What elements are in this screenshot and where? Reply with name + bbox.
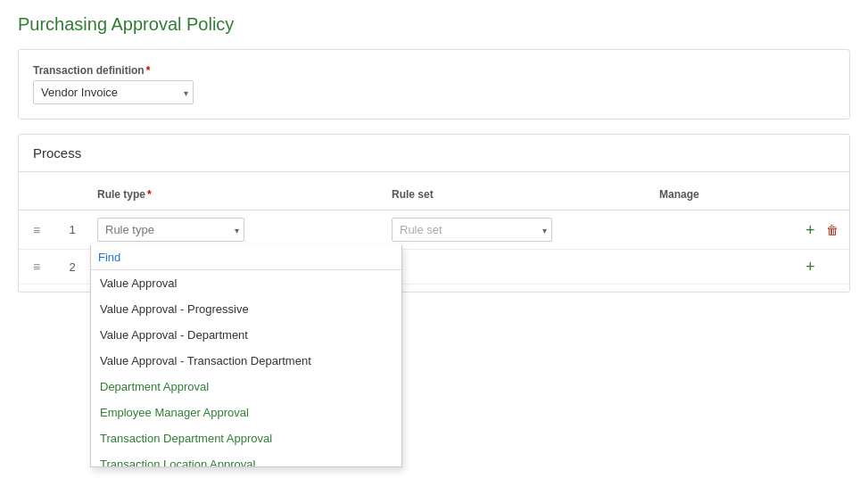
- dropdown-search-input[interactable]: [91, 245, 401, 270]
- col-rule-set: Rule set: [384, 185, 652, 204]
- col-manage: Manage: [652, 185, 795, 204]
- transaction-definition-select-wrapper: Vendor Invoice ▾: [33, 80, 194, 104]
- dropdown-item-transaction-location-approval[interactable]: Transaction Location Approval: [91, 451, 401, 466]
- dropdown-item-value-approval-department[interactable]: Value Approval - Department: [91, 322, 401, 348]
- transaction-definition-label: Transaction definition*: [33, 64, 835, 77]
- rule-type-input-1[interactable]: [97, 218, 244, 242]
- transaction-definition-select[interactable]: Vendor Invoice: [33, 80, 194, 104]
- rule-type-select-wrapper-1: ▾: [97, 218, 244, 242]
- process-title: Process: [33, 145, 81, 161]
- transaction-definition-card: Transaction definition* Vendor Invoice ▾: [18, 49, 850, 120]
- page-title: Purchasing Approval Policy: [18, 14, 850, 35]
- col-rule-type: Rule type*: [90, 185, 384, 204]
- add-row-button-2[interactable]: +: [802, 257, 819, 276]
- rule-set-select-1[interactable]: Rule set: [392, 218, 552, 242]
- process-header: Process: [19, 135, 849, 172]
- dropdown-item-value-approval-progressive[interactable]: Value Approval - Progressive: [91, 296, 401, 322]
- dropdown-item-department-approval[interactable]: Department Approval: [91, 374, 401, 400]
- drag-handle-2[interactable]: ≡: [19, 256, 54, 277]
- required-star: *: [146, 64, 151, 77]
- actions-cell-2: +: [795, 253, 866, 280]
- row-number-2: 2: [54, 260, 90, 274]
- rule-set-cell-2: [384, 263, 652, 270]
- page-container: Purchasing Approval Policy Transaction d…: [0, 0, 868, 495]
- dropdown-item-employee-manager-approval[interactable]: Employee Manager Approval: [91, 400, 401, 425]
- dropdown-item-value-approval-transaction-department[interactable]: Value Approval - Transaction Department: [91, 348, 401, 374]
- table-header: Rule type* Rule set Manage: [19, 179, 849, 210]
- manage-cell-1: [652, 227, 795, 234]
- rule-type-dropdown: Value Approval Value Approval - Progress…: [90, 245, 402, 467]
- add-row-button-1[interactable]: +: [802, 220, 819, 240]
- col-actions: [795, 185, 866, 204]
- process-body: Rule type* Rule set Manage ≡ 1 ▾: [19, 172, 849, 292]
- col-drag: [19, 185, 54, 204]
- rule-set-select-wrapper-1: Rule set ▾: [392, 218, 552, 242]
- row-number-1: 1: [54, 223, 90, 236]
- actions-cell-1: + 🗑: [795, 217, 866, 243]
- drag-handle-1[interactable]: ≡: [19, 219, 54, 241]
- dropdown-item-transaction-department-approval[interactable]: Transaction Department Approval: [91, 425, 401, 451]
- dropdown-item-value-approval[interactable]: Value Approval: [91, 270, 401, 296]
- rule-set-cell-1: Rule set ▾: [384, 214, 652, 245]
- table-row: ≡ 1 ▾ Value Approval Value Approval - Pr…: [19, 210, 849, 250]
- delete-row-button-1[interactable]: 🗑: [823, 221, 842, 239]
- manage-cell-2: [652, 263, 795, 270]
- dropdown-list: Value Approval Value Approval - Progress…: [91, 270, 401, 466]
- col-number: [54, 185, 90, 204]
- rule-type-cell-1: ▾ Value Approval Value Approval - Progre…: [90, 214, 384, 245]
- process-card: Process Rule type* Rule set Manage ≡ 1: [18, 134, 850, 293]
